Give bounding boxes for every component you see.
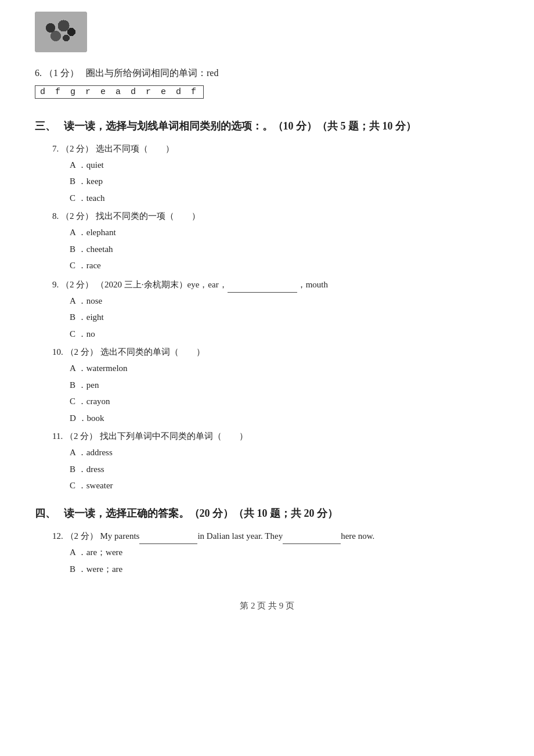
image-area [35,12,499,55]
question-block-11: 11. （2 分） 找出下列单词中不同类的单词（ ）A ．addressB ．d… [35,429,499,494]
question-block-9: 9. （2 分） （2020 三上·余杭期末）eye，ear， ，mouthA … [35,276,499,343]
qtext-7: 选出不同项（ ） [96,144,174,153]
qscore-10: （2 分） [66,347,98,357]
option-10-c: C ．crayon [52,393,499,410]
option-7-a: A ．quiet [52,157,499,174]
section4-label: 四、 [35,507,56,519]
questions2-container: 12. （2 分） My parents in Dalian last year… [35,528,499,577]
qnum-10: 10. [52,347,63,357]
question2-block-12: 12. （2 分） My parents in Dalian last year… [35,528,499,577]
option-9-a: A ．nose [52,293,499,309]
section3-label: 三、 [35,120,56,132]
footer-text: 第 2 页 共 9 页 [240,601,294,610]
option-9-b: B ．eight [52,309,499,326]
question-line-11: 11. （2 分） 找出下列单词中不同类的单词（ ） [52,429,499,444]
q9-score: （2 分） [61,280,93,289]
question-line-8: 8. （2 分） 找出不同类的一项（ ） [52,208,499,224]
word-box: d f g r e a d r e d f [35,85,499,107]
qnum-11: 11. [52,431,63,441]
q12-text: My parents in Dalian last year. They her… [100,531,375,541]
question-block-7: 7. （2 分） 选出不同项（ ）A ．quietB ．keepC ．teach [35,141,499,207]
word-box-text: d f g r e a d r e d f [35,85,204,99]
q6-number: 6. [35,68,42,78]
qnum-8: 8. [52,211,59,221]
q9-number: 9. [52,280,59,289]
section4-title: 读一读，选择正确的答案。（20 分）（共 10 题；共 20 分） [64,507,338,519]
question-line-7: 7. （2 分） 选出不同项（ ） [52,141,499,157]
q12-score: （2 分） [66,531,98,541]
q12-number: 12. [52,531,63,541]
qtext-8: 找出不同类的一项（ ） [96,211,200,221]
section4-header: 四、 读一读，选择正确的答案。（20 分）（共 10 题；共 20 分） [35,505,499,523]
qscore-8: （2 分） [61,211,93,221]
option-8-b: B ．cheetah [52,241,499,258]
option-11-b: B ．dress [52,461,499,478]
sketch-image [35,12,87,52]
q6-instruction: 圈出与所给例词相同的单词：red [86,68,218,78]
qtext-11: 找出下列单词中不同类的单词（ ） [100,431,248,441]
question-block-8: 8. （2 分） 找出不同类的一项（ ）A ．elephantB ．cheeta… [35,208,499,274]
qtext-10: 选出不同类的单词（ ） [100,347,205,357]
option-9-c: C ．no [52,326,499,343]
question-block-10: 10. （2 分） 选出不同类的单词（ ）A ．watermelonB ．pen… [35,344,499,426]
qnum-7: 7. [52,144,59,153]
page-content: 6. （1 分） 圈出与所给例词相同的单词：red d f g r e a d … [35,12,499,611]
option-11-a: A ．address [52,444,499,461]
option-10-d: D ．book [52,410,499,427]
section3-header: 三、 读一读，选择与划线单词相同类别的选项：。（10 分）（共 5 题；共 10… [35,117,499,135]
option-12-a: A ．are；were [52,544,499,561]
option-7-c: C ．teach [52,190,499,207]
question-line-9: 9. （2 分） （2020 三上·余杭期末）eye，ear， ，mouth [52,276,499,293]
option-8-a: A ．elephant [52,224,499,241]
option-11-c: C ．sweater [52,477,499,494]
q9-text: （2020 三上·余杭期末）eye，ear， ，mouth [96,280,328,289]
question-6: 6. （1 分） 圈出与所给例词相同的单词：red [35,65,499,81]
page-footer: 第 2 页 共 9 页 [35,600,499,611]
option-8-c: C ．race [52,257,499,274]
section3-title: 读一读，选择与划线单词相同类别的选项：。（10 分）（共 5 题；共 10 分） [64,120,417,132]
q6-score: （1 分） [44,68,79,78]
qscore-7: （2 分） [61,144,93,153]
qscore-11: （2 分） [65,431,98,441]
option-10-b: B ．pen [52,377,499,394]
option-10-a: A ．watermelon [52,360,499,377]
option-7-b: B ．keep [52,173,499,190]
option-12-b: B ．were；are [52,561,499,578]
question-line-10: 10. （2 分） 选出不同类的单词（ ） [52,344,499,360]
question2-line-12: 12. （2 分） My parents in Dalian last year… [52,528,499,544]
questions-container: 7. （2 分） 选出不同项（ ）A ．quietB ．keepC ．teach… [35,141,499,494]
